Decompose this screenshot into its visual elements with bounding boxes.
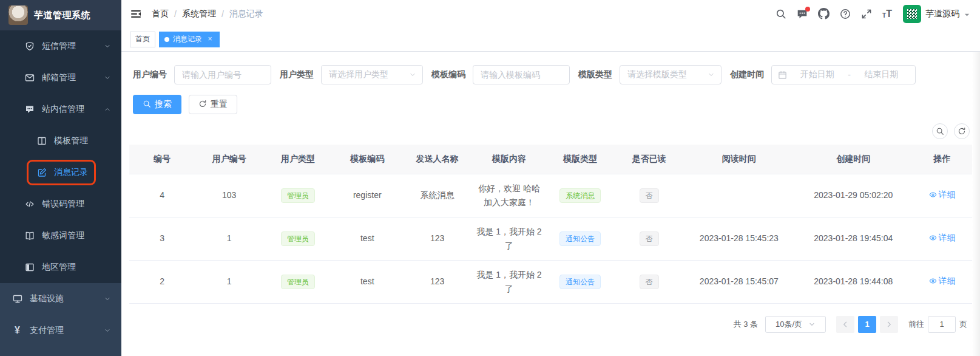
- tag-template_type: 通知公告: [559, 231, 601, 246]
- sidebar-item-region[interactable]: 地区管理: [0, 252, 121, 283]
- tag-is_read: 否: [640, 188, 659, 203]
- detail-link[interactable]: 详细: [929, 231, 956, 245]
- template-code-input[interactable]: [473, 66, 569, 84]
- column-header-template_code: 模板编码: [333, 145, 402, 174]
- message-icon[interactable]: [796, 7, 809, 21]
- sidebar-item-notify[interactable]: 站内信管理: [0, 94, 121, 125]
- cell-read_time: 2023-01-28 15:45:07: [683, 260, 794, 303]
- edit-icon: [36, 168, 47, 178]
- reset-button-label: 重置: [211, 99, 228, 110]
- sidebar-item-record[interactable]: 消息记录: [0, 157, 121, 188]
- page-jump-input[interactable]: [928, 316, 956, 333]
- close-icon[interactable]: ×: [206, 35, 214, 44]
- field-label-template-code: 模板编码: [431, 69, 465, 80]
- github-icon[interactable]: [817, 7, 831, 21]
- sidebar-item-label: 支付管理: [30, 325, 64, 336]
- tab-label: 消息记录: [173, 34, 202, 44]
- eye-icon: [929, 234, 937, 242]
- cell-user_id: 1: [195, 217, 263, 260]
- sidebar-item-sensitive[interactable]: 敏感词管理: [0, 220, 121, 252]
- sidebar-item-infra[interactable]: 基础设施: [0, 283, 121, 315]
- column-header-create_time: 创建时间: [794, 145, 912, 174]
- search-icon[interactable]: [774, 7, 788, 21]
- chevron-down-icon: [104, 43, 111, 50]
- sidebar-menu: 短信管理邮箱管理站内信管理模板管理消息记录错误码管理敏感词管理地区管理基础设施¥…: [0, 30, 121, 356]
- table-toolbar: [129, 123, 970, 139]
- user-type-select[interactable]: 请选择用户类型: [321, 65, 423, 84]
- app-window: 芋道管理系统 短信管理邮箱管理站内信管理模板管理消息记录错误码管理敏感词管理地区…: [0, 0, 980, 356]
- calendar-icon: [778, 70, 787, 80]
- tab-消息记录[interactable]: 消息记录×: [159, 32, 220, 47]
- cell-id: 4: [129, 174, 195, 217]
- cell-template_content: 你好，欢迎 哈哈 加入大家庭！: [472, 174, 546, 217]
- page-number-button[interactable]: 1: [858, 316, 876, 333]
- search-button[interactable]: 搜索: [133, 95, 181, 114]
- sidebar-item-errcode[interactable]: 错误码管理: [0, 188, 121, 220]
- detail-link-label: 详细: [939, 188, 956, 202]
- table-row: 4103管理员register系统消息你好，欢迎 哈哈 加入大家庭！系统消息否2…: [129, 174, 972, 217]
- sidebar-item-template[interactable]: 模板管理: [0, 125, 121, 157]
- sidebar-item-mail[interactable]: 邮箱管理: [0, 62, 121, 94]
- page-size-select[interactable]: 10条/页: [765, 316, 826, 333]
- chevron-down-icon: [708, 71, 715, 78]
- sidebar-item-pay[interactable]: ¥支付管理: [0, 315, 121, 346]
- cell-action: 详细: [912, 174, 972, 217]
- navbar-actions: TT 芋道源码: [774, 5, 970, 23]
- sidebar-collapse-icon[interactable]: [130, 8, 142, 20]
- cell-template_content: 我是 1，我开始 2 了: [472, 217, 546, 260]
- cell-template_content: 我是 1，我开始 2 了: [472, 260, 546, 303]
- toggle-search-button[interactable]: [932, 123, 948, 139]
- fullscreen-icon[interactable]: [860, 7, 873, 21]
- sidebar-item-label: 地区管理: [42, 262, 76, 273]
- daterange-separator: -: [845, 70, 854, 80]
- user-type-placeholder: 请选择用户类型: [329, 69, 388, 80]
- tab-首页[interactable]: 首页: [130, 32, 155, 47]
- app-title: 芋道管理系统: [34, 10, 90, 21]
- code-icon: [24, 199, 35, 210]
- chevron-down-icon: [409, 71, 416, 78]
- chevron-down-icon: [104, 74, 111, 81]
- logo-image: [8, 5, 28, 25]
- active-tab-dot: [164, 37, 169, 42]
- field-template-type: 模版类型请选择模版类型: [578, 65, 721, 84]
- cell-is_read: 否: [615, 174, 683, 217]
- create-time-daterange[interactable]: 开始日期-结束日期: [771, 65, 916, 84]
- page-size-value: 10条/页: [776, 319, 802, 330]
- user-avatar: [903, 5, 921, 23]
- next-page-button[interactable]: [880, 316, 898, 333]
- column-header-read_time: 阅读时间: [683, 145, 794, 174]
- detail-link[interactable]: 详细: [929, 188, 956, 202]
- prev-page-button[interactable]: [836, 316, 854, 333]
- start-date-placeholder: 开始日期: [789, 69, 845, 80]
- breadcrumb-item[interactable]: 首页: [152, 9, 169, 19]
- tag-user_type: 管理员: [281, 275, 315, 289]
- reset-button[interactable]: 重置: [189, 95, 237, 114]
- help-icon[interactable]: [839, 7, 852, 21]
- tab-label: 首页: [135, 34, 150, 44]
- search-actions: 搜索重置: [133, 95, 972, 114]
- tag-template_type: 通知公告: [559, 275, 601, 289]
- sidebar-item-sms[interactable]: 短信管理: [0, 30, 121, 62]
- main-area: 首页/系统管理/消息记录 TT: [121, 0, 980, 356]
- detail-link[interactable]: 详细: [929, 274, 956, 288]
- monitor-icon: [12, 294, 22, 304]
- chevron-down-icon: [964, 12, 970, 18]
- tag-is_read: 否: [640, 275, 659, 289]
- user-id-input[interactable]: [175, 66, 271, 84]
- breadcrumb-item[interactable]: 系统管理: [182, 9, 216, 19]
- sidebar-item-label: 模板管理: [54, 135, 88, 146]
- column-header-user_id: 用户编号: [195, 145, 263, 174]
- font-size-icon[interactable]: TT: [881, 8, 893, 20]
- user-menu[interactable]: 芋道源码: [903, 5, 970, 23]
- pagination-unit-label: 页: [959, 319, 967, 330]
- app-logo[interactable]: 芋道管理系统: [0, 0, 121, 30]
- field-user-type: 用户类型请选择用户类型: [280, 65, 423, 84]
- user-id-input-wrap: [174, 65, 271, 84]
- column-header-is_read: 是否已读: [615, 145, 683, 174]
- cell-user_type: 管理员: [263, 174, 332, 217]
- breadcrumb-separator: /: [174, 9, 177, 19]
- field-user-id: 用户编号: [133, 65, 271, 84]
- template-type-select[interactable]: 请选择模版类型: [620, 65, 721, 84]
- template-icon: [36, 136, 47, 146]
- refresh-table-button[interactable]: [954, 123, 970, 139]
